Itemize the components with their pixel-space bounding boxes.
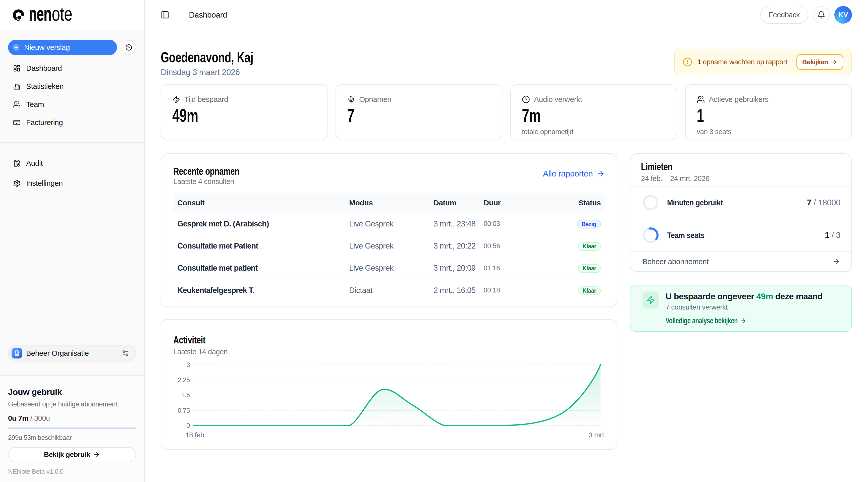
svg-text:2.25: 2.25: [178, 376, 190, 384]
svg-text:nen: nen: [29, 3, 52, 25]
svg-text:ote: ote: [52, 3, 72, 25]
svg-text:3: 3: [186, 361, 190, 368]
svg-text:0: 0: [186, 422, 190, 429]
svg-text:0.75: 0.75: [178, 407, 190, 414]
svg-text:18 feb.: 18 feb.: [185, 431, 206, 439]
svg-text:1.5: 1.5: [181, 391, 190, 399]
svg-text:3 mrt.: 3 mrt.: [588, 431, 606, 439]
